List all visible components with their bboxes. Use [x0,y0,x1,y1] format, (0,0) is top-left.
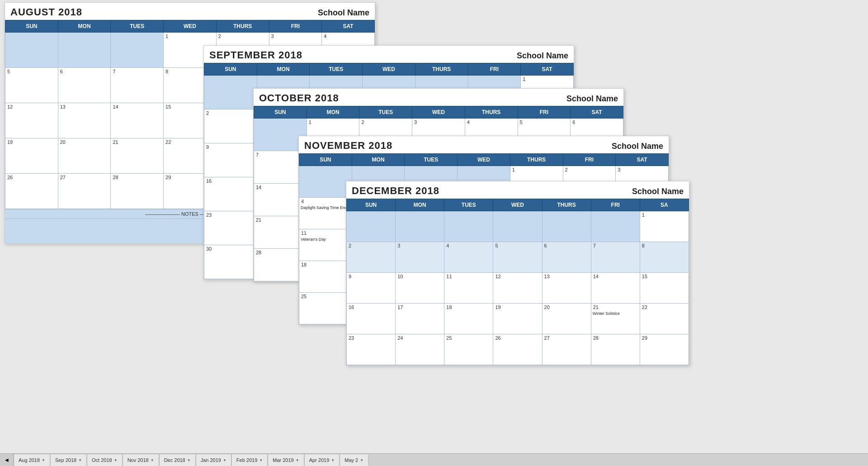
day-number: 4 [322,33,374,40]
table-row [58,33,111,68]
oct-month-title: OCTOBER 2018 [259,92,339,104]
day-number: 28 [591,334,640,342]
day-number: 11 [299,229,352,237]
aug-col-fri: FRI [269,20,322,33]
nov-col-fri: FRI [563,154,616,166]
day-number: 5 [518,119,571,126]
table-row: 23 [204,211,257,245]
oct-col-sun: SUN [254,106,307,119]
table-row: 6 [542,242,591,273]
tab-item[interactable]: Nov 2018▼ [123,454,159,466]
dec-month-title: DECEMBER 2018 [352,185,439,197]
tab-label: Feb 2019 [236,457,257,463]
tab-label: Sep 2018 [55,457,76,463]
dec-col-wed: WED [493,199,542,211]
table-row: 16 [204,177,257,211]
tabs-bar: ◀ Aug 2018▼Sep 2018▼Oct 2018▼Nov 2018▼De… [0,453,868,466]
table-row: 26 [5,174,58,209]
day-number: 25 [444,334,493,342]
day-number: 5 [5,68,58,75]
oct-col-sat: SAT [571,106,623,119]
tab-item[interactable]: Oct 2018▼ [87,454,123,466]
aug-col-wed: WED [164,20,217,33]
day-number: 3 [269,33,322,40]
day-number: 15 [640,273,689,280]
day-number: 16 [347,304,395,311]
day-number: 21 [111,138,163,146]
tab-dropdown-icon[interactable]: ▼ [151,458,154,462]
table-row: 9 [347,273,396,304]
dec-header: DECEMBER 2018 School Name [346,181,689,199]
table-row [5,33,58,68]
aug-month-title: AUGUST 2018 [10,6,82,18]
nav-left[interactable]: ◀ [0,454,14,466]
day-number: 20 [58,138,111,146]
tab-item[interactable]: Mar 2019▼ [268,454,304,466]
table-row: 3 [396,242,444,273]
tab-dropdown-icon[interactable]: ▼ [187,458,191,462]
day-number: 23 [347,334,395,342]
tab-dropdown-icon[interactable]: ▼ [114,458,118,462]
day-number: 4 [299,198,352,205]
oct-col-thu: THURS [465,106,518,119]
day-number: 28 [111,174,163,181]
aug-col-mon: MON [58,20,111,33]
tab-dropdown-icon[interactable]: ▼ [360,458,363,462]
table-row: 19 [493,304,542,334]
day-number: 4 [444,242,493,249]
table-row: 4 [444,242,493,273]
oct-school-name: School Name [566,94,618,104]
table-row: 25 [444,334,493,365]
tab-label: May 2 [344,457,358,463]
day-number: 2 [563,166,616,173]
table-row [591,211,640,242]
day-number: 19 [493,304,542,311]
table-row: 25 [299,293,352,324]
table-row: 13 [58,103,111,138]
dec-col-fri: FRI [591,199,640,211]
aug-school-name: School Name [318,8,369,18]
event-label: Veteran's Day [299,237,352,243]
day-number: 22 [640,304,689,311]
table-row: 30 [204,245,257,279]
tab-item[interactable]: May 2▼ [340,454,368,466]
day-number: 20 [542,304,591,311]
table-row: 2 [347,242,396,273]
dec-col-tue: TUES [444,199,493,211]
tab-dropdown-icon[interactable]: ▼ [78,458,82,462]
december-calendar: DECEMBER 2018 School Name SUN MON TUES W… [346,181,689,366]
day-number: 7 [591,242,640,249]
table-row [111,33,164,68]
tab-dropdown-icon[interactable]: ▼ [259,458,263,462]
tab-dropdown-icon[interactable]: ▼ [296,458,299,462]
table-row: 4Daylight Saving Time Ends [299,198,352,229]
table-row [204,76,257,109]
tab-label: Oct 2018 [92,457,112,463]
tab-dropdown-icon[interactable]: ▼ [223,458,226,462]
tab-item[interactable]: Jan 2019▼ [196,454,231,466]
event-label: Winter Solstice [591,311,640,317]
dec-col-mon: MON [396,199,444,211]
day-number: 1 [521,76,573,83]
tab-item[interactable]: Sep 2018▼ [50,454,87,466]
table-row: 10 [396,273,444,304]
sep-col-sat: SAT [521,63,574,76]
day-number: 18 [299,261,352,268]
day-number: 14 [111,103,163,110]
day-number: 7 [111,68,163,75]
nov-school-name: School Name [612,142,663,151]
table-row: 7 [591,242,640,273]
table-row: 21 [111,138,164,174]
tab-item[interactable]: Apr 2019▼ [304,454,340,466]
day-number: 27 [58,174,111,181]
table-row: 26 [493,334,542,365]
table-row: 28 [591,334,640,365]
nov-col-thu: THURS [510,154,563,166]
tab-item[interactable]: Aug 2018▼ [14,454,50,466]
tab-item[interactable]: Feb 2019▼ [231,454,268,466]
table-row: 11Veteran's Day [299,229,352,261]
tab-dropdown-icon[interactable]: ▼ [331,458,335,462]
tab-dropdown-icon[interactable]: ▼ [42,458,45,462]
tab-item[interactable]: Dec 2018▼ [159,454,196,466]
day-number: 9 [204,143,257,151]
